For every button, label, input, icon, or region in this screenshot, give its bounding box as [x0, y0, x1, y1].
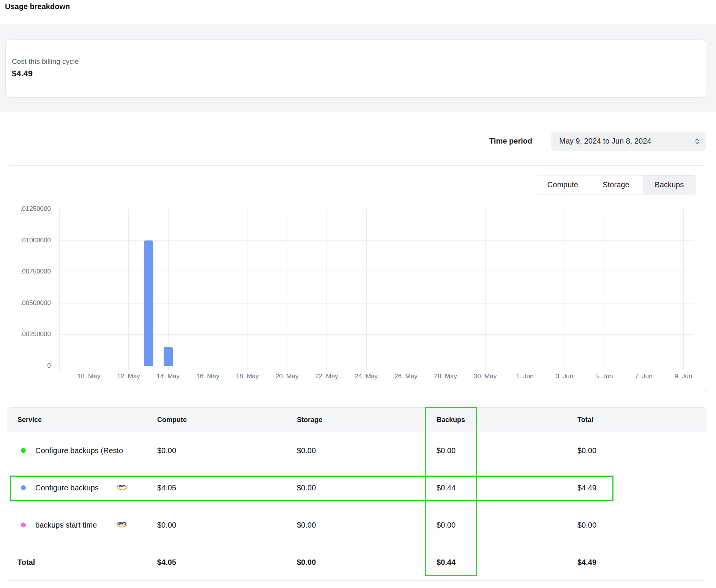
usage-breakdown-page: Usage breakdown Cost this billing cycle …	[0, 0, 716, 588]
service-dot-blue	[21, 485, 26, 490]
billing-summary-section: Cost this billing cycle $4.49	[0, 24, 716, 112]
table-row-configure-backups-restored: Configure backups (Resto $0.00 $0.00 $0.…	[7, 432, 707, 469]
usage-chart-plot: .01250000.01000000.00750000.00500000.002…	[7, 166, 707, 392]
services-cost-table: Service Compute Storage Backups Total Co…	[7, 407, 707, 581]
billing-cost-card: Cost this billing cycle $4.49	[5, 40, 706, 98]
x-axis-label: 24. May	[345, 373, 387, 380]
y-gridline	[59, 272, 694, 272]
y-axis-label: .01000000	[7, 237, 51, 244]
y-gridline	[59, 334, 694, 335]
compute-value: $0.00	[157, 446, 176, 455]
aws-logo-icon: aws	[116, 483, 129, 493]
page-title: Usage breakdown	[5, 2, 70, 11]
y-gridline	[59, 303, 694, 303]
x-axis-label: 5. Jun	[583, 373, 625, 380]
table-row-configure-backups: Configure backups aws $4.05 $0.00 $0.44 …	[7, 469, 707, 506]
grand-total: $4.49	[577, 558, 596, 567]
column-header-storage: Storage	[297, 416, 322, 424]
plot-left-boundary	[59, 209, 60, 370]
x-gridline	[604, 209, 604, 370]
x-axis-label: 7. Jun	[623, 373, 665, 380]
backups-value: $0.00	[437, 446, 456, 455]
svg-text:aws: aws	[117, 520, 127, 526]
y-axis-label: .00250000	[7, 331, 51, 338]
x-gridline	[326, 209, 327, 370]
time-period-select[interactable]: May 9, 2024 to Jun 8, 2024	[551, 132, 706, 151]
backups-value: $0.44	[437, 484, 456, 492]
chart-bar-13-may	[144, 240, 153, 366]
x-gridline	[485, 209, 486, 370]
table-total-row: Total $4.05 $0.00 $0.44 $4.49	[7, 544, 707, 581]
x-axis-label: 10. May	[68, 373, 110, 380]
table-row-backups-start-time: backups start time aws $0.00 $0.00 $0.00…	[7, 506, 707, 544]
x-gridline	[287, 209, 287, 370]
column-header-compute: Compute	[157, 416, 187, 424]
billing-cost-label: Cost this billing cycle	[12, 57, 79, 66]
aws-logo-icon: aws	[116, 520, 129, 530]
column-header-total: Total	[577, 416, 593, 424]
x-gridline	[248, 209, 248, 370]
x-axis-label: 20. May	[266, 373, 308, 380]
y-gridline	[59, 366, 694, 366]
x-gridline	[89, 209, 89, 370]
y-axis-label: 0	[7, 362, 51, 369]
compute-total: $4.05	[157, 558, 176, 567]
column-header-service: Service	[17, 416, 42, 424]
column-header-backups: Backups	[437, 416, 465, 424]
x-gridline	[168, 209, 169, 370]
usage-chart-panel: Compute Storage Backups .01250000.010000…	[7, 165, 707, 392]
service-dot-green	[21, 448, 26, 453]
total-value: $0.00	[577, 521, 596, 530]
x-axis-label: 3. Jun	[544, 373, 585, 380]
billing-cost-amount: $4.49	[12, 69, 33, 79]
x-axis-label: 12. May	[107, 373, 149, 380]
x-gridline	[208, 209, 208, 370]
backups-value: $0.00	[437, 521, 456, 530]
time-period-label: Time period	[489, 137, 539, 145]
x-gridline	[644, 209, 644, 370]
x-gridline	[525, 209, 525, 370]
backups-total: $0.44	[437, 558, 456, 567]
x-axis-label: 26. May	[385, 373, 427, 380]
storage-value: $0.00	[297, 484, 316, 492]
table-header-row: Service Compute Storage Backups Total	[7, 408, 707, 432]
y-axis-label: .01250000	[7, 205, 51, 212]
x-axis-label: 22. May	[306, 373, 347, 380]
x-gridline	[406, 209, 406, 370]
storage-value: $0.00	[297, 446, 316, 455]
storage-total: $0.00	[297, 558, 316, 567]
service-name: Configure backups	[35, 484, 99, 492]
y-gridline	[59, 240, 694, 241]
x-gridline	[683, 209, 684, 370]
total-value: $4.49	[577, 484, 596, 492]
y-axis-label: .00500000	[7, 300, 51, 307]
x-axis-label: 9. Jun	[662, 373, 704, 380]
time-period-value: May 9, 2024 to Jun 8, 2024	[559, 137, 651, 145]
x-axis-label: 18. May	[227, 373, 268, 380]
compute-value: $0.00	[157, 521, 176, 530]
x-gridline	[366, 209, 367, 370]
x-axis-label: 30. May	[464, 373, 506, 380]
total-value: $0.00	[577, 446, 596, 455]
service-dot-pink	[21, 523, 26, 528]
storage-value: $0.00	[297, 521, 316, 530]
chart-bar-14-may	[164, 347, 173, 366]
x-axis-label: 28. May	[425, 373, 467, 380]
x-gridline	[565, 209, 565, 370]
service-name: Configure backups (Resto	[35, 446, 123, 455]
x-gridline	[128, 209, 129, 370]
svg-text:aws: aws	[117, 483, 127, 488]
chevron-up-down-icon	[694, 137, 700, 147]
x-axis-label: 16. May	[187, 373, 229, 380]
y-axis-label: .00750000	[7, 268, 51, 275]
compute-value: $4.05	[157, 484, 176, 492]
x-gridline	[446, 209, 446, 370]
service-name: backups start time	[35, 521, 97, 530]
y-gridline	[59, 209, 694, 209]
x-axis-label: 14. May	[147, 373, 189, 380]
x-axis-label: 1. Jun	[504, 373, 546, 380]
total-row-label: Total	[17, 558, 35, 567]
